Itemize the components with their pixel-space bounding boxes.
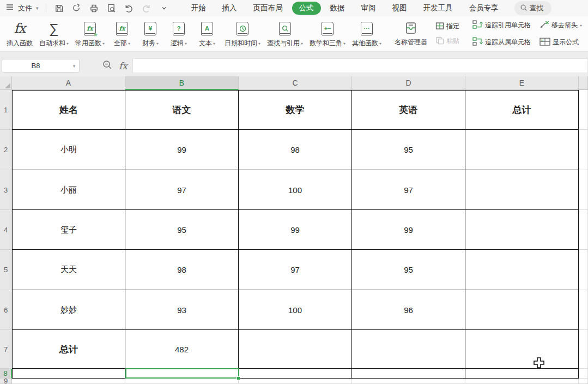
cell-E5[interactable] xyxy=(465,250,579,290)
cell-C1[interactable]: 数学 xyxy=(239,90,352,130)
tab-审阅[interactable]: 审阅 xyxy=(354,2,383,15)
移去箭头-button[interactable]: 移去箭头▾ xyxy=(538,19,584,32)
cell-D2[interactable]: 95 xyxy=(352,130,465,170)
显示公式-button[interactable]: fx 显示公式 xyxy=(538,36,584,49)
cell-A6[interactable]: 妙妙 xyxy=(12,290,125,330)
cell-C3[interactable]: 100 xyxy=(239,170,352,210)
magnifier-minus-icon[interactable] xyxy=(102,60,112,72)
export-icon[interactable] xyxy=(71,2,83,14)
print-icon[interactable] xyxy=(88,2,100,14)
col-header-D[interactable]: D xyxy=(352,76,465,90)
cell-C7[interactable] xyxy=(239,330,352,369)
日期和时间-button[interactable]: 日期和时间▾ xyxy=(221,17,264,50)
自动求和-button[interactable]: ∑ 自动求和▾ xyxy=(36,17,72,50)
col-header-E[interactable]: E xyxy=(465,76,579,90)
财务-button[interactable]: ¥ 财务▾ xyxy=(136,17,165,50)
cell-C6[interactable]: 100 xyxy=(239,290,352,330)
cell-C2[interactable]: 98 xyxy=(239,130,352,170)
cell-F2[interactable] xyxy=(579,130,588,170)
save-icon[interactable] xyxy=(53,2,65,14)
col-header-A[interactable]: A xyxy=(12,76,125,90)
row-header-1[interactable]: 1 xyxy=(0,90,12,130)
cell-E4[interactable] xyxy=(465,210,579,250)
cell-E8[interactable] xyxy=(465,369,579,379)
cell-E2[interactable] xyxy=(465,130,579,170)
name-box[interactable]: B8 ▾ xyxy=(2,59,80,73)
cell-B9[interactable] xyxy=(125,379,239,384)
cell-F6[interactable] xyxy=(579,290,588,330)
tab-数据[interactable]: 数据 xyxy=(323,2,352,15)
cell-E7[interactable] xyxy=(465,330,579,369)
cell-A5[interactable]: 天天 xyxy=(12,250,125,290)
more-caret-icon[interactable] xyxy=(158,2,170,14)
cell-D7[interactable] xyxy=(352,330,465,369)
tab-页面布局[interactable]: 页面布局 xyxy=(246,2,290,15)
print-preview-icon[interactable] xyxy=(106,2,118,14)
cell-E6[interactable] xyxy=(465,290,579,330)
fill-handle[interactable] xyxy=(237,376,240,380)
cell-F3[interactable] xyxy=(579,170,588,210)
cell-A8[interactable] xyxy=(12,369,125,379)
cell-F5[interactable] xyxy=(579,250,588,290)
cell-A3[interactable]: 小丽 xyxy=(12,170,125,210)
cell-D9[interactable] xyxy=(352,379,465,384)
cell-A4[interactable]: 玺子 xyxy=(12,210,125,250)
cell-C5[interactable]: 97 xyxy=(239,250,352,290)
cell-B6[interactable]: 93 xyxy=(125,290,239,330)
cell-D3[interactable]: 97 xyxy=(352,170,465,210)
cell-D8[interactable] xyxy=(352,369,465,379)
cell-E9[interactable] xyxy=(465,379,579,384)
cell-E3[interactable] xyxy=(465,170,579,210)
cell-F1[interactable] xyxy=(579,90,588,130)
cell-B4[interactable]: 95 xyxy=(125,210,239,250)
col-header-B[interactable]: B xyxy=(125,76,239,90)
row-header-7[interactable]: 7 xyxy=(0,330,12,369)
row-header-4[interactable]: 4 xyxy=(0,210,12,250)
cell-F4[interactable] xyxy=(579,210,588,250)
tab-插入[interactable]: 插入 xyxy=(215,2,244,15)
undo-icon[interactable] xyxy=(123,2,135,14)
cell-A9[interactable] xyxy=(12,379,125,384)
cell-A7[interactable]: 总计 xyxy=(12,330,125,369)
追踪引用单元格-button[interactable]: 追踪引用单元格 xyxy=(471,19,532,32)
assign-names-button[interactable]: 指定 xyxy=(434,21,461,32)
查找与引用-button[interactable]: 查找与引用▾ xyxy=(264,17,306,50)
数学和三角-button[interactable]: +‒ 数学和三角▾ xyxy=(306,17,349,50)
col-header-partial[interactable] xyxy=(579,76,588,90)
cell-D5[interactable]: 95 xyxy=(352,250,465,290)
formula-input[interactable] xyxy=(132,58,588,73)
cell-B1[interactable]: 语文 xyxy=(125,90,239,130)
cell-A1[interactable]: 姓名 xyxy=(12,90,125,130)
cell-A2[interactable]: 小明 xyxy=(12,130,125,170)
tab-公式[interactable]: 公式 xyxy=(292,2,321,15)
file-menu[interactable]: 文件 xyxy=(18,3,32,13)
tab-开发工具[interactable]: 开发工具 xyxy=(416,2,460,15)
row-header-3[interactable]: 3 xyxy=(0,170,12,210)
cell-D6[interactable]: 96 xyxy=(352,290,465,330)
cell-B2[interactable]: 99 xyxy=(125,130,239,170)
cell-E1[interactable]: 总计 xyxy=(465,90,579,130)
cell-C4[interactable]: 99 xyxy=(239,210,352,250)
select-all-corner[interactable] xyxy=(0,76,12,90)
col-header-C[interactable]: C xyxy=(239,76,352,90)
file-menu-caret-icon[interactable]: ▾ xyxy=(36,5,39,11)
cell-B7[interactable]: 482 xyxy=(125,330,239,369)
tab-视图[interactable]: 视图 xyxy=(385,2,414,15)
cell-B5[interactable]: 98 xyxy=(125,250,239,290)
tab-会员专享[interactable]: 会员专享 xyxy=(462,2,506,15)
文本-button[interactable]: A 文本▾ xyxy=(193,17,221,50)
search-box[interactable]: 查找 xyxy=(514,1,551,15)
其他函数-button[interactable]: ··· 其他函数▾ xyxy=(349,17,385,50)
常用函数-button[interactable]: fx★ 常用函数▾ xyxy=(72,17,108,50)
cell-F9[interactable] xyxy=(579,379,588,384)
cell-F7[interactable] xyxy=(579,330,588,369)
hamburger-icon[interactable] xyxy=(5,3,14,14)
cell-C8[interactable] xyxy=(239,369,352,379)
cell-D4[interactable]: 99 xyxy=(352,210,465,250)
row-header-6[interactable]: 6 xyxy=(0,290,12,330)
cell-D1[interactable]: 英语 xyxy=(352,90,465,130)
cell-C9[interactable] xyxy=(239,379,352,384)
row-header-9[interactable]: 9 xyxy=(0,379,12,384)
row-header-2[interactable]: 2 xyxy=(0,130,12,170)
fx-insert-function-icon[interactable]: fx xyxy=(119,61,128,71)
